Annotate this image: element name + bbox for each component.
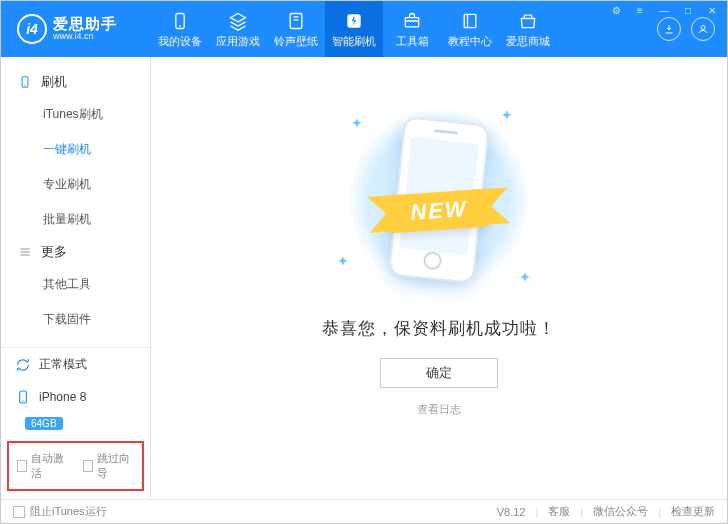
brand-title: 爱思助手 bbox=[53, 16, 117, 33]
logo-icon: i4 bbox=[17, 14, 47, 44]
toolbox-icon bbox=[401, 10, 423, 32]
auto-activate-label: 自动激活 bbox=[31, 451, 68, 481]
sidebar-item[interactable]: 专业刷机 bbox=[1, 167, 150, 202]
refresh-icon bbox=[15, 357, 31, 373]
support-link[interactable]: 客服 bbox=[548, 504, 570, 519]
nav-label: 铃声壁纸 bbox=[274, 34, 318, 49]
nav-phone[interactable]: 我的设备 bbox=[151, 1, 209, 57]
top-nav: 我的设备应用游戏铃声壁纸智能刷机工具箱教程中心爱思商城 bbox=[151, 1, 657, 57]
nav-toolbox[interactable]: 工具箱 bbox=[383, 1, 441, 57]
svg-rect-1 bbox=[290, 13, 302, 28]
check-update-link[interactable]: 检查更新 bbox=[671, 504, 715, 519]
ok-button[interactable]: 确定 bbox=[380, 358, 498, 388]
maximize-icon[interactable]: □ bbox=[679, 3, 697, 17]
main-content: ✦✦✦✦ NEW 恭喜您，保资料刷机成功啦！ 确定 查看日志 bbox=[151, 57, 727, 499]
nav-label: 应用游戏 bbox=[216, 34, 260, 49]
nav-label: 智能刷机 bbox=[332, 34, 376, 49]
flash-icon bbox=[343, 10, 365, 32]
sidebar: 刷机iTunes刷机一键刷机专业刷机批量刷机更多其他工具下载固件高级功能 正常模… bbox=[1, 57, 151, 499]
section-more[interactable]: 更多 bbox=[1, 237, 150, 267]
sidebar-item[interactable]: iTunes刷机 bbox=[1, 97, 150, 132]
wechat-link[interactable]: 微信公众号 bbox=[593, 504, 648, 519]
close-icon[interactable]: ✕ bbox=[703, 3, 721, 17]
sidebar-bottom: 正常模式 iPhone 8 64GB 自动激活 跳过向导 bbox=[1, 347, 150, 499]
svg-point-5 bbox=[701, 26, 705, 30]
device-name: iPhone 8 bbox=[39, 390, 86, 404]
block-itunes-label: 阻止iTunes运行 bbox=[30, 504, 107, 519]
book-icon bbox=[459, 10, 481, 32]
phone-icon bbox=[169, 10, 191, 32]
app-body: 刷机iTunes刷机一键刷机专业刷机批量刷机更多其他工具下载固件高级功能 正常模… bbox=[1, 57, 727, 499]
nav-music[interactable]: 铃声壁纸 bbox=[267, 1, 325, 57]
section-title: 更多 bbox=[41, 243, 67, 261]
sidebar-item[interactable]: 一键刷机 bbox=[1, 132, 150, 167]
window-controls: ⚙ ≡ — □ ✕ bbox=[607, 3, 721, 17]
skip-guide-label: 跳过向导 bbox=[97, 451, 134, 481]
success-message: 恭喜您，保资料刷机成功啦！ bbox=[322, 317, 556, 340]
brand-block: i4 爱思助手 www.i4.cn bbox=[1, 1, 151, 57]
new-ribbon: NEW bbox=[389, 189, 489, 234]
nav-label: 工具箱 bbox=[396, 34, 429, 49]
music-icon bbox=[285, 10, 307, 32]
brand-subtitle: www.i4.cn bbox=[53, 32, 117, 42]
auto-activate-checkbox[interactable]: 自动激活 bbox=[17, 451, 69, 481]
account-button[interactable] bbox=[691, 17, 715, 41]
device-mode[interactable]: 正常模式 bbox=[1, 348, 150, 381]
apps-icon bbox=[227, 10, 249, 32]
sidebar-item[interactable]: 下载固件 bbox=[1, 302, 150, 337]
status-bar: 阻止iTunes运行 V8.12| 客服| 微信公众号| 检查更新 bbox=[1, 499, 727, 523]
download-button[interactable] bbox=[657, 17, 681, 41]
sidebar-item[interactable]: 其他工具 bbox=[1, 267, 150, 302]
device-block[interactable]: iPhone 8 64GB bbox=[1, 381, 150, 437]
svg-rect-4 bbox=[464, 14, 476, 27]
nav-label: 爱思商城 bbox=[506, 34, 550, 49]
store-icon bbox=[517, 10, 539, 32]
settings-icon[interactable]: ⚙ bbox=[607, 3, 625, 17]
list-icon bbox=[17, 244, 33, 260]
flash-options-highlight: 自动激活 跳过向导 bbox=[7, 441, 144, 491]
section-flash[interactable]: 刷机 bbox=[1, 67, 150, 97]
nav-label: 教程中心 bbox=[448, 34, 492, 49]
section-title: 刷机 bbox=[41, 73, 67, 91]
nav-flash[interactable]: 智能刷机 bbox=[325, 1, 383, 57]
nav-store[interactable]: 爱思商城 bbox=[499, 1, 557, 57]
nav-book[interactable]: 教程中心 bbox=[441, 1, 499, 57]
device-icon bbox=[17, 74, 33, 90]
block-itunes-checkbox[interactable]: 阻止iTunes运行 bbox=[13, 504, 107, 519]
device-mode-label: 正常模式 bbox=[39, 356, 87, 373]
version-label: V8.12 bbox=[497, 506, 526, 518]
phone-icon bbox=[15, 389, 31, 405]
menu-icon[interactable]: ≡ bbox=[631, 3, 649, 17]
view-log-link[interactable]: 查看日志 bbox=[417, 402, 461, 417]
minimize-icon[interactable]: — bbox=[655, 3, 673, 17]
skip-guide-checkbox[interactable]: 跳过向导 bbox=[83, 451, 135, 481]
app-header: ⚙ ≡ — □ ✕ i4 爱思助手 www.i4.cn 我的设备应用游戏铃声壁纸… bbox=[1, 1, 727, 57]
svg-rect-3 bbox=[405, 17, 418, 26]
nav-label: 我的设备 bbox=[158, 34, 202, 49]
sidebar-item[interactable]: 高级功能 bbox=[1, 337, 150, 347]
sidebar-item[interactable]: 批量刷机 bbox=[1, 202, 150, 237]
device-storage-badge: 64GB bbox=[25, 417, 63, 430]
success-illustration: ✦✦✦✦ NEW bbox=[329, 105, 549, 295]
nav-apps[interactable]: 应用游戏 bbox=[209, 1, 267, 57]
